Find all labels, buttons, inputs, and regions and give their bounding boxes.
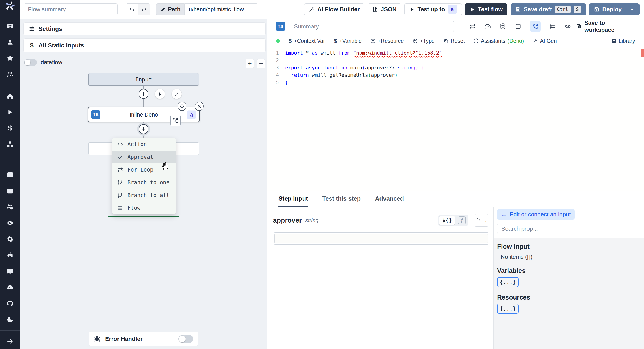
sidebar-item-eye[interactable] <box>5 218 15 228</box>
ai-suggest-button[interactable] <box>172 89 182 99</box>
search-prop-input[interactable] <box>497 223 640 234</box>
eye-icon <box>6 219 14 227</box>
flow-input-node[interactable]: Input <box>88 73 199 86</box>
tab-advanced[interactable]: Advanced <box>375 191 404 207</box>
sidebar-item-moon[interactable] <box>5 315 15 325</box>
sidebar-item-play[interactable] <box>5 107 15 117</box>
suspend-approval-button[interactable] <box>530 21 541 32</box>
sidebar-item-github[interactable] <box>5 299 15 308</box>
add-context-var-button[interactable]: $ +Context Var <box>289 38 325 44</box>
insert-step-button[interactable] <box>139 89 148 99</box>
tab-test-this-step[interactable]: Test this step <box>322 191 361 207</box>
menu-item-for-loop[interactable]: For Loop <box>112 163 176 176</box>
connect-input-button[interactable]: → <box>474 214 489 227</box>
sleep-button[interactable] <box>549 23 556 30</box>
delete-step-button[interactable] <box>195 102 204 111</box>
field-name: approver <box>273 217 302 224</box>
edit-or-connect-button[interactable]: ← Edit or connect an input <box>497 209 575 220</box>
sidebar-item-gear[interactable] <box>5 234 15 244</box>
sidebar-item-robot[interactable] <box>5 250 15 260</box>
flow-settings-button[interactable]: Settings <box>24 22 266 35</box>
editor-scrollbar[interactable] <box>638 48 638 191</box>
save-draft-button[interactable]: Save draft Ctrl S <box>510 3 586 16</box>
code-line: 2 <box>267 57 644 64</box>
chevron-down-icon[interactable] <box>629 7 635 12</box>
sidebar-item-discord[interactable] <box>5 282 15 292</box>
sidebar-item-book[interactable] <box>5 266 15 276</box>
suspend-approval-badge[interactable] <box>170 115 181 126</box>
dataflow-toggle[interactable] <box>24 59 37 66</box>
add-type-button[interactable]: +Type <box>413 38 435 44</box>
expr-mode-button[interactable]: ${} <box>439 216 455 225</box>
tab-step-input[interactable]: Step Input <box>278 191 308 207</box>
flow-summary-input[interactable] <box>24 3 118 16</box>
concurrency-button[interactable] <box>564 23 571 30</box>
sidebar-item-folder[interactable] <box>5 186 15 196</box>
insert-step-below-button[interactable] <box>139 124 148 134</box>
sidebar-item-cubes[interactable] <box>5 139 15 149</box>
reset-button[interactable]: Reset <box>444 38 465 44</box>
insert-step-menu: ActionApprovalFor LoopBranch to oneBranc… <box>112 138 176 214</box>
line-number: 1 <box>267 49 279 57</box>
sidebar-item-arrow-right[interactable] <box>5 336 15 346</box>
library-button[interactable]: Library <box>612 38 635 44</box>
sidebar-item-calendar[interactable] <box>5 170 15 180</box>
zoom-out-button[interactable]: − <box>257 59 265 68</box>
calendar-icon <box>6 171 14 178</box>
cache-button[interactable] <box>500 23 506 30</box>
retries-button[interactable] <box>469 23 476 30</box>
menu-item-branch-to-all[interactable]: Branch to all <box>112 189 176 202</box>
ai-gen-label: AI Gen <box>540 38 557 44</box>
mock-button[interactable] <box>515 23 522 30</box>
zoom-in-button[interactable]: + <box>246 59 254 68</box>
move-step-button[interactable] <box>178 102 186 111</box>
book-icon <box>612 39 616 43</box>
moon-icon <box>6 316 14 323</box>
line-number: 5 <box>267 79 279 86</box>
menu-item-flow[interactable]: Flow <box>112 202 176 214</box>
lsp-status-dot <box>276 39 280 43</box>
code-editor[interactable]: 1import * as wmill from "npm:windmill-cl… <box>267 48 644 191</box>
undo-button[interactable] <box>126 4 138 15</box>
save-to-workspace-button[interactable]: Save to workspace <box>576 20 635 33</box>
deploy-button[interactable]: Deploy <box>589 3 640 16</box>
ai-gen-button[interactable]: AI Gen <box>533 38 557 44</box>
sidebar-item-user[interactable] <box>5 37 15 47</box>
sidebar-item-dollar[interactable] <box>5 123 15 133</box>
sidebar-item-workspace[interactable] <box>5 21 15 31</box>
trigger-button[interactable] <box>155 89 165 99</box>
ai-flow-builder-button[interactable]: AI Flow Builder <box>304 3 364 16</box>
branch-icon <box>117 180 123 185</box>
path-button[interactable]: Path <box>156 3 184 16</box>
sidebar-item-home[interactable] <box>5 91 15 101</box>
error-handler-toggle[interactable] <box>178 335 193 343</box>
add-variable-button[interactable]: $ +Variable <box>334 38 362 44</box>
sidebar-item-star[interactable] <box>5 53 15 63</box>
json-button[interactable]: JSON <box>368 3 402 16</box>
menu-item-action[interactable]: Action <box>112 138 176 151</box>
step-summary-input[interactable] <box>290 21 454 32</box>
field-value-input[interactable] <box>274 234 488 243</box>
all-static-inputs-button[interactable]: $ All Static Inputs <box>24 39 266 52</box>
test-up-to-button[interactable]: Test up to a <box>404 3 462 16</box>
menu-item-approval[interactable]: Approval <box>112 151 176 163</box>
star-icon <box>6 55 14 62</box>
path-input[interactable] <box>184 3 258 16</box>
repeat-icon <box>469 23 476 30</box>
variables-object-chip[interactable]: {...} <box>497 277 518 287</box>
fn-mode-button[interactable]: ƒ <box>458 216 466 224</box>
redo-button[interactable] <box>138 4 150 15</box>
phone-incoming-icon <box>173 117 178 123</box>
windmill-logo[interactable] <box>0 0 20 12</box>
resources-object-chip[interactable]: {...} <box>497 304 518 314</box>
assistants-button[interactable]: Assistants (Deno) <box>474 38 524 44</box>
test-flow-label: Test flow <box>478 6 503 13</box>
test-flow-button[interactable]: Test flow <box>465 3 508 16</box>
test-up-to-step-badge[interactable]: a <box>448 5 457 14</box>
early-stop-button[interactable] <box>484 23 491 30</box>
menu-item-branch-to-one[interactable]: Branch to one <box>112 176 176 189</box>
sidebar-item-users[interactable] <box>5 69 15 79</box>
sidebar-item-groups[interactable] <box>5 202 15 212</box>
save-draft-label: Save draft <box>524 6 552 13</box>
add-resource-button[interactable]: +Resource <box>370 38 404 44</box>
